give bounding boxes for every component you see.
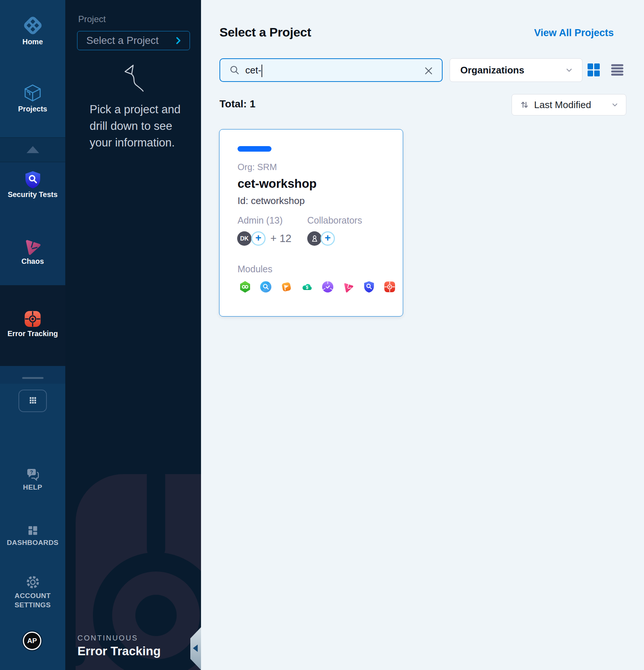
sidebar-item-home[interactable]: Home: [0, 15, 65, 46]
home-harness-icon: [22, 15, 44, 38]
plus-icon: +: [255, 233, 261, 243]
grid-view-icon[interactable]: [588, 63, 600, 78]
sidebar-label-chaos: Chaos: [0, 257, 65, 266]
sort-dropdown[interactable]: Last Modified: [512, 94, 626, 115]
add-admin-button[interactable]: +: [251, 231, 266, 246]
module-chaos-icon: [342, 281, 354, 294]
collaborators-label: Collaborators: [307, 215, 362, 226]
module-kicker: CONTINUOUS: [77, 634, 138, 642]
project-search-box[interactable]: [219, 58, 443, 82]
sidebar-label-dashboards: DASHBOARDS: [0, 539, 65, 547]
sort-label: Last Modified: [534, 99, 610, 111]
main-content: Select a Project View All Projects Organ…: [201, 0, 644, 670]
svg-text:$: $: [306, 285, 308, 290]
project-selector-text: Select a Project: [86, 35, 159, 46]
project-id: Id: cetworkshop: [238, 195, 305, 207]
help-chat-icon: ?: [25, 467, 40, 483]
organizations-filter-dropdown[interactable]: Organizations: [450, 58, 582, 82]
project-panel-label: Project: [78, 14, 106, 24]
search-icon: [229, 65, 240, 76]
module-feature-flags-icon: [280, 281, 292, 294]
module-code-search-icon: [260, 281, 272, 294]
modules-icon-row: $: [239, 281, 396, 294]
project-card[interactable]: Org: SRM cet-workshop Id: cetworkshop Ad…: [219, 129, 403, 317]
admin-overflow-count: + 12: [270, 231, 291, 246]
module-ci-icon: [239, 281, 251, 294]
module-service-reliability-icon: [322, 281, 334, 294]
view-all-projects-link[interactable]: View All Projects: [534, 27, 614, 39]
module-grid-icon: [28, 395, 38, 407]
admin-avatar-initials: DK: [240, 235, 249, 242]
sidebar-item-projects[interactable]: Projects: [0, 83, 65, 113]
modules-label: Modules: [238, 264, 273, 274]
sort-arrows-icon: [519, 100, 530, 110]
admin-avatar: DK: [237, 231, 252, 246]
chevron-down-icon: [610, 100, 619, 109]
svg-text:?: ?: [30, 469, 33, 475]
sidebar-divider: [0, 162, 65, 162]
add-collaborator-button[interactable]: +: [321, 231, 335, 246]
app-root: Home Projects: [0, 0, 644, 670]
sidebar-item-dashboards[interactable]: DASHBOARDS: [0, 524, 65, 547]
project-name: cet-workshop: [238, 177, 317, 191]
list-view-icon[interactable]: [611, 64, 623, 77]
sidebar-item-error-tracking[interactable]: Error Tracking: [0, 310, 65, 338]
module-title: Error Tracking: [77, 644, 161, 658]
project-color-bar: [238, 146, 271, 152]
sidebar-short-divider: [22, 377, 44, 379]
module-switcher-button[interactable]: [18, 390, 47, 412]
projects-cube-icon: [22, 83, 43, 105]
sidebar-label-help: HELP: [0, 483, 65, 491]
scroll-up-icon[interactable]: [27, 146, 39, 153]
error-tracking-target-icon: [24, 310, 42, 329]
sidebar-item-account-settings[interactable]: ACCOUNT SETTINGS: [0, 575, 65, 609]
module-error-tracking-icon: [384, 281, 396, 294]
sidebar-item-chaos[interactable]: Chaos: [0, 236, 65, 266]
user-avatar[interactable]: AP: [23, 632, 41, 650]
user-avatar-initials: AP: [27, 637, 37, 645]
chevron-right-icon: [173, 36, 183, 45]
module-cloud-costs-icon: $: [301, 281, 313, 294]
organizations-filter-label: Organizations: [460, 65, 524, 76]
sidebar: Home Projects: [0, 0, 65, 670]
sidebar-label-security-tests: Security Tests: [0, 190, 65, 199]
sidebar-group-bg-2: [0, 366, 65, 384]
page-title: Select a Project: [219, 25, 311, 39]
project-panel-hint: Pick a project and drill down to see you…: [90, 101, 182, 151]
module-security-tests-icon: [363, 281, 375, 294]
project-org: Org: SRM: [238, 162, 277, 172]
sidebar-item-security-tests[interactable]: Security Tests: [0, 170, 65, 199]
clear-search-icon[interactable]: [423, 66, 434, 76]
sidebar-label-error-tracking: Error Tracking: [0, 329, 65, 338]
project-selector-dropdown[interactable]: Select a Project: [77, 31, 190, 50]
collaborator-avatar: [307, 231, 322, 246]
plus-icon: +: [325, 233, 330, 243]
total-count: Total: 1: [219, 98, 255, 110]
gear-icon: [25, 575, 40, 591]
person-icon: [309, 233, 320, 244]
project-panel: Project Select a Project Pick a project …: [65, 0, 201, 670]
sidebar-label-projects: Projects: [0, 105, 65, 113]
search-input[interactable]: [245, 65, 408, 76]
sidebar-label-account-settings: ACCOUNT SETTINGS: [9, 591, 57, 609]
text-caret: [262, 65, 262, 77]
chevron-down-icon: [564, 65, 574, 75]
hand-drawn-arrow-illustration: [122, 63, 148, 96]
shield-search-icon: [24, 170, 42, 190]
dashboards-icon: [26, 524, 39, 539]
collapse-left-icon: [193, 645, 198, 652]
admin-label: Admin (13): [238, 215, 283, 226]
chaos-pinwheel-icon: [23, 236, 42, 257]
sidebar-label-home: Home: [0, 38, 65, 46]
sidebar-item-help[interactable]: ? HELP: [0, 467, 65, 491]
